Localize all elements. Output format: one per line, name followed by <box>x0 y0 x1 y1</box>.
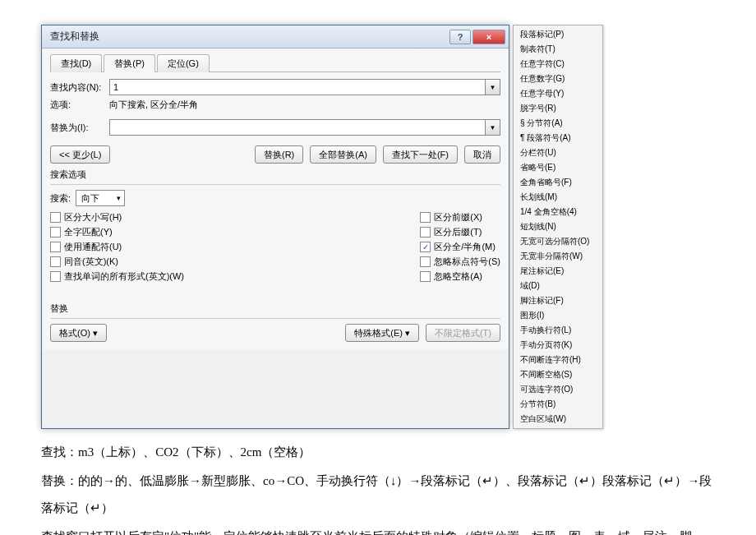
special-menu-item-0[interactable]: 段落标记(P) <box>514 27 602 42</box>
checkbox-label: 区分后缀(T) <box>434 226 482 238</box>
check-right-4[interactable]: 忽略空格(A) <box>420 270 500 283</box>
checkbox-label: 全字匹配(Y) <box>64 226 113 238</box>
checkbox-icon[interactable] <box>420 212 431 223</box>
special-menu-item-14[interactable]: 无宽可选分隔符(O) <box>514 234 602 249</box>
checkbox-icon[interactable] <box>50 256 61 267</box>
special-menu-item-24[interactable]: 可选连字符(O) <box>514 382 602 397</box>
cancel-button[interactable]: 取消 <box>464 145 500 164</box>
special-menu-item-6[interactable]: § 分节符(A) <box>514 116 602 131</box>
checkbox-label: 忽略标点符号(S) <box>434 256 500 268</box>
check-right-1[interactable]: 区分后缀(T) <box>420 226 500 238</box>
format-button[interactable]: 格式(O) ▾ <box>50 324 107 342</box>
checkbox-label: 区分前缀(X) <box>434 211 482 224</box>
dialog-title: 查找和替换 <box>50 30 99 44</box>
replace-input[interactable] <box>109 119 486 136</box>
checkbox-icon[interactable] <box>420 271 431 282</box>
find-next-button[interactable]: 查找下一处(F) <box>383 145 458 164</box>
special-menu-item-26[interactable]: 空白区域(W) <box>514 412 602 427</box>
checkbox-label: 区分大小写(H) <box>64 211 122 224</box>
check-left-1[interactable]: 全字匹配(Y) <box>50 226 184 238</box>
special-menu-item-17[interactable]: 域(D) <box>514 279 602 293</box>
special-menu-item-25[interactable]: 分节符(B) <box>514 397 602 412</box>
replace-label: 替换为(I): <box>50 122 109 134</box>
special-menu-item-22[interactable]: 不间断连字符(H) <box>514 353 602 367</box>
special-menu-item-23[interactable]: 不间断空格(S) <box>514 367 602 382</box>
no-format-button[interactable]: 不限定格式(T) <box>426 324 500 342</box>
checkbox-icon[interactable] <box>50 271 61 282</box>
checkbox-icon[interactable] <box>50 227 61 238</box>
replace-dropdown-icon[interactable]: ▼ <box>486 119 500 136</box>
special-menu-item-13[interactable]: 短划线(N) <box>514 219 602 234</box>
special-menu-item-8[interactable]: 分栏符(U) <box>514 145 602 160</box>
check-left-2[interactable]: 使用通配符(U) <box>50 241 184 253</box>
search-direction-select[interactable]: 向下 <box>76 190 125 206</box>
body-p1: 查找：m3（上标）、CO2（下标）、2cm（空格） <box>41 439 715 466</box>
body-p3: 查找窗口打开以后有定"位功"能，定位能够快速跳至当前光标后面的特殊对象（编辑位置… <box>41 523 715 535</box>
checkbox-label: 同音(英文)(K) <box>64 256 118 268</box>
find-replace-dialog: 查找和替换 ? × 查找(D) 替换(P) 定位(G) 查找内容(N): <box>41 25 509 429</box>
special-format-button[interactable]: 特殊格式(E) ▾ <box>345 324 419 342</box>
checkbox-icon[interactable] <box>50 212 61 223</box>
tab-goto[interactable]: 定位(G) <box>157 54 210 72</box>
special-menu-item-3[interactable]: 任意数字(G) <box>514 71 602 86</box>
special-menu-item-4[interactable]: 任意字母(Y) <box>514 86 602 101</box>
check-right-3[interactable]: 忽略标点符号(S) <box>420 256 500 268</box>
checkbox-icon[interactable]: ✓ <box>420 242 431 252</box>
checkbox-label: 区分全/半角(M) <box>434 241 496 253</box>
check-left-0[interactable]: 区分大小写(H) <box>50 211 184 224</box>
tab-find[interactable]: 查找(D) <box>50 54 102 72</box>
replace-button[interactable]: 替换(R) <box>255 145 303 164</box>
checkbox-label: 使用通配符(U) <box>64 241 122 253</box>
special-menu-item-12[interactable]: 1/4 全角空格(4) <box>514 205 602 219</box>
find-input[interactable] <box>109 79 486 95</box>
special-menu-item-21[interactable]: 手动分页符(K) <box>514 338 602 353</box>
dialog-titlebar: 查找和替换 ? × <box>42 25 509 48</box>
options-text: 向下搜索, 区分全/半角 <box>109 99 198 111</box>
search-options-title: 搜索选项 <box>50 168 500 181</box>
special-menu-item-16[interactable]: 尾注标记(E) <box>514 264 602 279</box>
special-menu-item-7[interactable]: ¶ 段落符号(A) <box>514 131 602 145</box>
checkbox-label: 查找单词的所有形式(英文)(W) <box>64 270 184 283</box>
special-menu-item-1[interactable]: 制表符(T) <box>514 42 602 57</box>
check-right-2[interactable]: ✓区分全/半角(M) <box>420 241 500 253</box>
special-menu-item-2[interactable]: 任意字符(C) <box>514 57 602 71</box>
checkbox-icon[interactable] <box>420 227 431 238</box>
help-button[interactable]: ? <box>449 30 471 44</box>
find-label: 查找内容(N): <box>50 81 109 94</box>
special-menu-item-5[interactable]: 脱字号(R) <box>514 101 602 116</box>
find-dropdown-icon[interactable]: ▼ <box>486 79 500 95</box>
body-p2: 替换：的的→的、低温膨胀→新型膨胀、co→CO、手动换行符（↓）→段落标记（↵）… <box>41 468 715 522</box>
checkbox-label: 忽略空格(A) <box>434 270 482 283</box>
special-menu-item-9[interactable]: 省略号(E) <box>514 160 602 175</box>
special-menu-item-19[interactable]: 图形(I) <box>514 308 602 323</box>
options-label: 选项: <box>50 99 109 111</box>
replace-all-button[interactable]: 全部替换(A) <box>310 145 376 164</box>
check-right-0[interactable]: 区分前缀(X) <box>420 211 500 224</box>
document-body-text: 查找：m3（上标）、CO2（下标）、2cm（空格） 替换：的的→的、低温膨胀→新… <box>41 439 715 535</box>
special-menu-item-11[interactable]: 长划线(M) <box>514 190 602 205</box>
search-direction-label: 搜索: <box>50 192 71 205</box>
special-menu-item-20[interactable]: 手动换行符(L) <box>514 323 602 338</box>
checkbox-icon[interactable] <box>50 242 61 252</box>
tab-replace[interactable]: 替换(P) <box>104 54 155 72</box>
special-menu-item-10[interactable]: 全角省略号(F) <box>514 175 602 190</box>
less-button[interactable]: << 更少(L) <box>50 145 110 164</box>
check-left-3[interactable]: 同音(英文)(K) <box>50 256 184 268</box>
checkbox-icon[interactable] <box>420 256 431 267</box>
close-button[interactable]: × <box>472 30 505 44</box>
tab-strip: 查找(D) 替换(P) 定位(G) <box>50 53 500 72</box>
replace-section-title: 替换 <box>50 302 500 315</box>
special-format-menu: 段落标记(P)制表符(T)任意字符(C)任意数字(G)任意字母(Y)脱字号(R)… <box>513 25 603 429</box>
check-left-4[interactable]: 查找单词的所有形式(英文)(W) <box>50 270 184 283</box>
special-menu-item-18[interactable]: 脚注标记(F) <box>514 293 602 308</box>
special-menu-item-15[interactable]: 无宽非分隔符(W) <box>514 249 602 264</box>
